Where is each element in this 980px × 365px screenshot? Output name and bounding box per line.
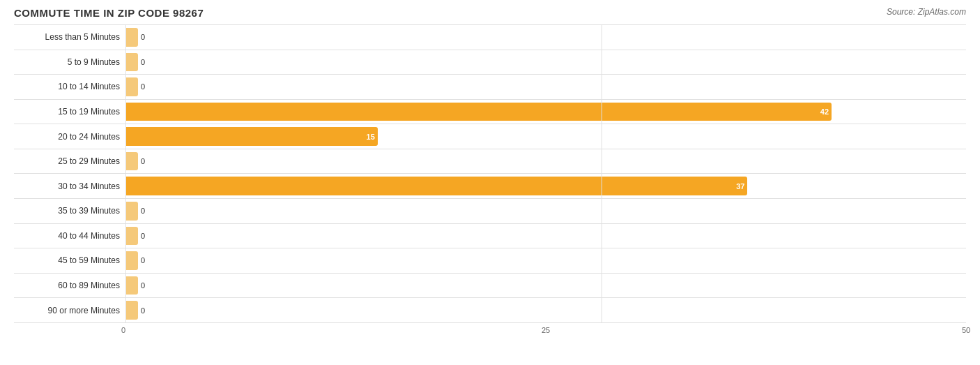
bar-fill: 37 bbox=[125, 177, 747, 195]
bar-area: 0 bbox=[125, 224, 966, 248]
bar-area: 37 bbox=[125, 174, 966, 198]
chart-container: COMMUTE TIME IN ZIP CODE 98267 Source: Z… bbox=[0, 0, 980, 365]
bar-row: Less than 5 Minutes0 bbox=[14, 24, 966, 50]
bar-value-zero: 0 bbox=[141, 256, 145, 265]
bar-row: 30 to 34 Minutes37 bbox=[14, 174, 966, 199]
bar-row: 5 to 9 Minutes0 bbox=[14, 50, 966, 75]
bar-fill-zero bbox=[125, 28, 138, 47]
bar-label: 15 to 19 Minutes bbox=[14, 107, 125, 117]
bar-fill-zero bbox=[125, 77, 138, 96]
bar-label: 90 or more Minutes bbox=[14, 306, 125, 315]
bar-label: Less than 5 Minutes bbox=[14, 32, 125, 42]
bar-row: 20 to 24 Minutes15 bbox=[14, 124, 966, 149]
chart-title: COMMUTE TIME IN ZIP CODE 98267 bbox=[14, 7, 204, 19]
bar-area: 0 bbox=[125, 248, 966, 273]
bar-row: 45 to 59 Minutes0 bbox=[14, 248, 966, 274]
bar-label: 40 to 44 Minutes bbox=[14, 231, 125, 241]
bar-label: 35 to 39 Minutes bbox=[14, 206, 125, 216]
bar-value-zero: 0 bbox=[141, 232, 145, 240]
bar-value-zero: 0 bbox=[141, 82, 145, 91]
bar-area: 0 bbox=[125, 199, 966, 223]
chart-source: Source: ZipAtlas.com bbox=[887, 7, 966, 17]
bar-fill-zero bbox=[125, 301, 138, 320]
bar-area: 0 bbox=[125, 25, 966, 50]
bar-value-zero: 0 bbox=[141, 33, 145, 41]
bar-area: 0 bbox=[125, 75, 966, 99]
bar-area: 0 bbox=[125, 298, 966, 322]
bar-row: 90 or more Minutes0 bbox=[14, 298, 966, 323]
bar-fill-zero bbox=[125, 202, 138, 221]
bar-row: 10 to 14 Minutes0 bbox=[14, 75, 966, 100]
bar-fill-zero bbox=[125, 152, 138, 171]
bar-area: 42 bbox=[125, 100, 966, 124]
chart-header: COMMUTE TIME IN ZIP CODE 98267 Source: Z… bbox=[14, 7, 966, 19]
bar-label: 30 to 34 Minutes bbox=[14, 181, 125, 191]
bar-value: 42 bbox=[820, 107, 829, 116]
bar-value: 15 bbox=[367, 133, 375, 141]
bar-value-zero: 0 bbox=[141, 281, 145, 290]
bar-row: 25 to 29 Minutes0 bbox=[14, 149, 966, 174]
bar-fill-zero bbox=[125, 251, 138, 270]
bar-row: 15 to 19 Minutes42 bbox=[14, 100, 966, 125]
x-axis-tick-label: 0 bbox=[121, 326, 125, 334]
bar-value-zero: 0 bbox=[141, 306, 145, 315]
bar-label: 45 to 59 Minutes bbox=[14, 255, 125, 265]
bar-label: 60 to 89 Minutes bbox=[14, 281, 125, 290]
bar-area: 0 bbox=[125, 274, 966, 298]
bar-row: 35 to 39 Minutes0 bbox=[14, 199, 966, 224]
x-axis-tick-label: 50 bbox=[962, 326, 970, 334]
bar-area: 0 bbox=[125, 149, 966, 174]
bar-value-zero: 0 bbox=[141, 157, 145, 165]
bar-value: 37 bbox=[736, 182, 744, 191]
bar-fill: 15 bbox=[125, 127, 378, 146]
bar-value-zero: 0 bbox=[141, 58, 145, 66]
bar-fill: 42 bbox=[125, 103, 832, 121]
bar-fill-zero bbox=[125, 53, 138, 72]
bar-area: 0 bbox=[125, 50, 966, 75]
bar-label: 25 to 29 Minutes bbox=[14, 156, 125, 166]
bar-area: 15 bbox=[125, 124, 966, 149]
bar-label: 5 to 9 Minutes bbox=[14, 57, 125, 67]
bar-fill-zero bbox=[125, 227, 138, 246]
bar-row: 60 to 89 Minutes0 bbox=[14, 274, 966, 299]
bar-value-zero: 0 bbox=[141, 207, 145, 215]
bar-label: 10 to 14 Minutes bbox=[14, 82, 125, 91]
bar-fill-zero bbox=[125, 276, 138, 295]
bar-label: 20 to 24 Minutes bbox=[14, 132, 125, 142]
chart-body: Less than 5 Minutes05 to 9 Minutes010 to… bbox=[14, 24, 966, 337]
x-axis-tick-label: 25 bbox=[542, 326, 550, 334]
x-axis: 02550 bbox=[125, 323, 966, 337]
bar-row: 40 to 44 Minutes0 bbox=[14, 224, 966, 249]
